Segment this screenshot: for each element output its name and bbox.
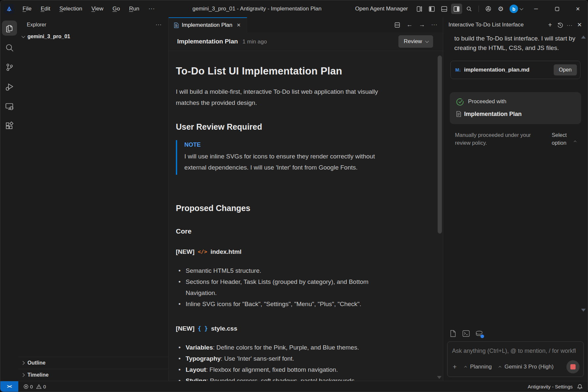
model-selector[interactable]: Gemini 3 Pro (High) [497, 362, 556, 371]
stop-button[interactable] [566, 360, 580, 373]
chevron-right-icon [21, 361, 25, 365]
activity-search-icon[interactable] [2, 40, 17, 55]
titlebar: File Edit Selection View Go Run ··· gemi… [0, 0, 588, 17]
add-context-icon[interactable]: + [451, 363, 460, 371]
chat-input[interactable] [451, 346, 580, 360]
editor-scrollbar[interactable] [437, 51, 442, 381]
scroll-down-icon[interactable] [437, 376, 442, 379]
panel-scroll-up-icon[interactable] [581, 36, 586, 39]
explorer-folder-root[interactable]: gemini_3_pro_01 [18, 31, 168, 42]
bullet: Sections for Header, Task Lists (grouped… [176, 276, 401, 299]
open-file-button[interactable]: Open [554, 64, 577, 75]
error-count: 0 [30, 384, 33, 389]
explorer-more-icon[interactable]: ··· [156, 22, 162, 28]
policy-text: Manually proceeded under your review pol… [455, 131, 537, 147]
scrollbar-thumb[interactable] [438, 56, 442, 234]
review-button[interactable]: Review [398, 35, 433, 48]
chevron-down-icon [22, 34, 25, 38]
agent-conversation-title: Interactive To-Do List Interface [448, 22, 545, 28]
agent-chat-scroll[interactable]: to build the To-Do list interface. I wil… [443, 32, 588, 330]
toggle-right-panel-icon[interactable] [451, 4, 462, 14]
menu-file[interactable]: File [19, 4, 35, 14]
settings-status-label[interactable]: Antigravity - Settings [528, 384, 573, 389]
doc-h2-user-review: User Review Required [176, 122, 401, 132]
doc-h3-core: Core [176, 227, 401, 235]
doc-h2-proposed-changes: Proposed Changes [176, 204, 401, 213]
plan-file-card[interactable]: M↓ implementation_plan.md Open [450, 61, 580, 79]
composer-tools [447, 330, 584, 341]
select-option-dropdown[interactable]: Select option [552, 131, 577, 147]
tab-implementation-plan[interactable]: Implementation Plan ✕ [169, 17, 247, 32]
tab-bar: Implementation Plan ✕ ← → ··· [169, 17, 443, 32]
back-icon[interactable]: ← [404, 20, 415, 30]
panel-more-icon[interactable]: ··· [565, 20, 575, 30]
activity-source-control-icon[interactable] [2, 60, 17, 75]
window-title: gemini_3_pro_01 - Antigravity - Implemen… [159, 6, 355, 12]
menu-run[interactable]: Run [125, 4, 143, 14]
menu-selection[interactable]: Selection [56, 4, 86, 14]
tab-label: Implementation Plan [182, 22, 232, 28]
explorer-empty-area [18, 42, 168, 357]
activity-extensions-icon[interactable] [2, 119, 17, 134]
status-bar: >< 0 0 Antigravity - Settings [0, 381, 588, 392]
remote-indicator[interactable]: >< [0, 381, 18, 392]
window-close-button[interactable]: ✕ [568, 0, 588, 17]
timeline-label: Timeline [27, 372, 49, 378]
bullet: Typography: Use 'Inter' sans-serif font. [176, 353, 401, 364]
warning-icon [36, 384, 42, 389]
toggle-bottom-panel-icon[interactable] [439, 4, 450, 14]
split-editor-icon[interactable] [392, 20, 402, 30]
proceeded-with-label: Proceeded with [468, 98, 506, 105]
agent-tools-icon[interactable] [475, 330, 483, 337]
select-option-label: Select option [552, 131, 572, 147]
activity-explorer-icon[interactable] [2, 21, 17, 36]
window-minimize-button[interactable]: ─ [526, 0, 546, 17]
agent-panel-header: Interactive To-Do List Interface + ··· ✕ [443, 17, 588, 32]
file-heading-index-html: [NEW] </> index.html [176, 248, 401, 255]
mode-selector[interactable]: Planning [462, 362, 494, 371]
browser-icon[interactable] [483, 4, 494, 14]
css-file-icon: { } [198, 325, 208, 332]
problems-indicator[interactable]: 0 0 [24, 384, 46, 389]
terminal-icon[interactable] [462, 330, 470, 337]
plan-file-name: implementation_plan.md [464, 67, 550, 73]
note-blockquote: NOTE I will use inline SVGs for icons to… [176, 140, 401, 175]
panel-scroll-down-icon[interactable] [581, 309, 586, 312]
account-menu[interactable]: b [510, 5, 522, 13]
search-icon[interactable] [463, 4, 475, 14]
warning-count: 0 [43, 384, 46, 389]
new-conversation-icon[interactable]: + [545, 20, 555, 30]
outline-section[interactable]: Outline [18, 357, 168, 369]
toggle-left-panel-icon[interactable] [426, 4, 437, 14]
settings-gear-icon[interactable]: ⚙ [495, 4, 506, 14]
open-agent-manager-button[interactable]: Open Agent Manager [355, 6, 408, 12]
app-logo-icon [4, 4, 14, 14]
chevron-down-icon [520, 7, 523, 10]
activity-bar [0, 17, 18, 381]
composer-area: + Planning Gemini 3 Pro (High) [443, 330, 588, 381]
avatar: b [510, 5, 518, 13]
layout-grid-icon[interactable] [414, 4, 425, 14]
history-icon[interactable] [555, 20, 565, 30]
index-html-bullets: Semantic HTML5 structure. Sections for H… [176, 265, 401, 310]
attach-file-icon[interactable] [449, 330, 457, 337]
window-maximize-button[interactable] [547, 0, 567, 17]
menu-edit[interactable]: Edit [37, 4, 54, 14]
menu-view[interactable]: View [88, 4, 108, 14]
error-icon [24, 384, 28, 389]
folder-name: gemini_3_pro_01 [27, 34, 70, 40]
activity-remote-explorer-icon[interactable] [2, 99, 17, 114]
notifications-bell-icon[interactable] [577, 384, 582, 389]
editor-actions: ← → ··· [392, 17, 443, 32]
doc-h1: To-Do List UI Implementation Plan [176, 65, 401, 77]
panel-close-icon[interactable]: ✕ [575, 20, 584, 30]
timeline-section[interactable]: Timeline [18, 369, 168, 381]
tab-close-icon[interactable]: ✕ [235, 22, 242, 29]
editor-more-icon[interactable]: ··· [429, 20, 440, 30]
menu-more-icon[interactable]: ··· [144, 4, 159, 14]
activity-run-debug-icon[interactable] [2, 79, 17, 94]
menu-go[interactable]: Go [109, 4, 124, 14]
composer-input-card: + Planning Gemini 3 Pro (High) [447, 341, 584, 377]
proceeded-card: Proceeded with Implementation Plan [450, 92, 581, 124]
forward-icon[interactable]: → [417, 20, 427, 30]
